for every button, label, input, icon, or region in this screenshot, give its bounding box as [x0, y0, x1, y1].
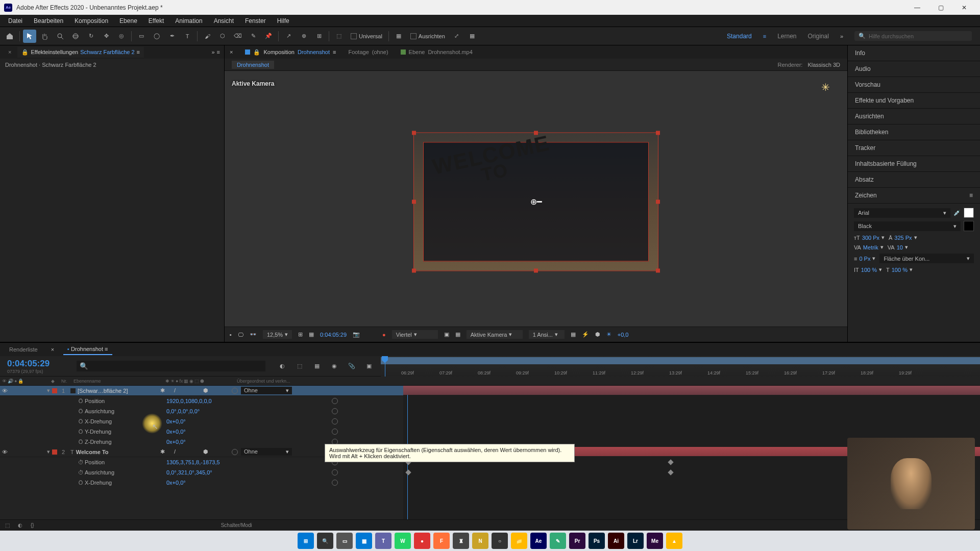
parent-dropdown[interactable]: Ohne▾: [241, 448, 292, 456]
vscale-field[interactable]: T100 %▾: [886, 266, 913, 273]
vc-grid-icon[interactable]: ▦: [309, 331, 314, 338]
resolution-dropdown[interactable]: Viertel▾: [392, 330, 438, 339]
vc-region-icon[interactable]: ▣: [444, 331, 449, 338]
snap-options-icon[interactable]: ⤢: [450, 30, 463, 43]
font-size-field[interactable]: тT300 Px▾: [854, 234, 885, 241]
taskbar-app-icon[interactable]: W: [395, 533, 411, 549]
workspace-overflow-icon[interactable]: »: [840, 33, 843, 39]
panel-vorschau[interactable]: Vorschau: [848, 77, 980, 93]
axis-view-icon[interactable]: ⊞: [312, 30, 326, 43]
comp-tab-close[interactable]: ×: [230, 49, 233, 55]
expression-pickwhip-icon[interactable]: [332, 429, 338, 435]
vc-square-icon[interactable]: ▪: [230, 332, 232, 338]
tab-renderliste[interactable]: Renderliste: [5, 344, 42, 355]
ausrichten-checkbox[interactable]: Ausrichten: [410, 33, 445, 39]
taskbar-app-icon[interactable]: N: [472, 533, 488, 549]
layer-tab[interactable]: Ebene Drohnenshot.mp4: [401, 49, 473, 55]
col-speaker-icon[interactable]: 🔊: [8, 379, 13, 384]
vc-channel-icon[interactable]: ●: [382, 332, 386, 338]
timeline-search[interactable]: [71, 361, 271, 371]
stopwatch-icon[interactable]: Ö: [77, 480, 85, 486]
pan-behind-tool-icon[interactable]: ✥: [100, 30, 113, 43]
text-tool-icon[interactable]: T: [181, 30, 194, 43]
tl-brain-icon[interactable]: ▣: [362, 360, 376, 373]
stopwatch-icon[interactable]: Ö: [77, 408, 85, 414]
property-row[interactable]: ÖPosition1920,0,1080,0,0,0: [0, 396, 403, 406]
tl-toggle-switches-icon[interactable]: ⬚: [5, 522, 10, 528]
menu-hilfe[interactable]: Hilfe: [272, 16, 295, 26]
panel-tracker[interactable]: Tracker: [848, 140, 980, 156]
visibility-toggle[interactable]: 👁: [0, 449, 9, 455]
panel-overflow-icon[interactable]: »: [211, 49, 214, 55]
menu-komposition[interactable]: Komposition: [69, 16, 113, 26]
tab-close-x[interactable]: ×: [4, 47, 15, 57]
parent-dropdown[interactable]: Ohne▾: [241, 387, 292, 394]
fill-swatch[interactable]: [964, 208, 974, 218]
menu-ebene[interactable]: Ebene: [114, 16, 142, 26]
tl-tab-close[interactable]: ×: [51, 346, 54, 353]
axis-local-icon[interactable]: ↗: [282, 30, 295, 43]
property-row[interactable]: ÖY-Drehung0x+0,0°: [0, 427, 403, 437]
camera-tool-icon[interactable]: ◎: [115, 30, 128, 43]
taskbar-app-icon[interactable]: 📁: [511, 533, 527, 549]
taskbar-app-icon[interactable]: ♜: [453, 533, 469, 549]
selection-tool-icon[interactable]: [23, 30, 36, 43]
stroke-width-field[interactable]: ≡0 Px▾: [854, 254, 875, 263]
tl-motionblur-icon[interactable]: ◉: [328, 360, 341, 373]
menu-fenster[interactable]: Fenster: [240, 16, 271, 26]
rotate-tool-icon[interactable]: ↻: [84, 30, 97, 43]
roto-tool-icon[interactable]: ✎: [247, 30, 260, 43]
stroke-order-dropdown[interactable]: Fläche über Kon...▾: [879, 254, 974, 263]
tl-frameblend-icon[interactable]: ▦: [310, 360, 324, 373]
close-button[interactable]: ✕: [952, 0, 976, 15]
panel-absatz[interactable]: Absatz: [848, 172, 980, 188]
panel-zeichen[interactable]: Zeichen≡: [848, 188, 980, 204]
visibility-toggle[interactable]: 👁: [0, 388, 9, 394]
maximize-button[interactable]: ▢: [929, 0, 952, 15]
stopwatch-icon[interactable]: Ö: [77, 429, 85, 435]
panel-audio[interactable]: Audio: [848, 61, 980, 77]
taskbar-app-icon[interactable]: ▭: [336, 533, 353, 549]
panel-info[interactable]: Info: [848, 45, 980, 61]
menu-animation[interactable]: Animation: [170, 16, 207, 26]
camera-dropdown[interactable]: Aktive Kamera▾: [467, 330, 523, 339]
rect-tool-icon[interactable]: ▭: [135, 30, 148, 43]
workspace-standard[interactable]: Standard: [727, 33, 752, 40]
col-eye-icon[interactable]: 👁: [2, 379, 7, 384]
exposure-value[interactable]: +0,0: [618, 332, 629, 338]
workspace-lernen[interactable]: Lernen: [777, 33, 796, 40]
stopwatch-icon[interactable]: ⏱: [77, 459, 85, 465]
preview-canvas[interactable]: WELCOME TO ⊕━: [413, 132, 658, 271]
help-search[interactable]: 🔍 Hilfe durchsuchen: [854, 31, 972, 41]
viewer-time[interactable]: 0:04:05:29: [320, 332, 347, 338]
taskbar-app-icon[interactable]: ⊞: [298, 533, 314, 549]
puppet-tool-icon[interactable]: 📌: [262, 30, 275, 43]
switches-modes-toggle[interactable]: Schalter/Modi: [221, 522, 252, 528]
workspace-original[interactable]: Original: [808, 33, 829, 40]
pickwhip-icon[interactable]: [232, 388, 238, 394]
expression-pickwhip-icon[interactable]: [332, 418, 338, 424]
col-lock-icon[interactable]: 🔒: [18, 379, 23, 384]
stopwatch-icon[interactable]: Ö: [77, 418, 85, 424]
stopwatch-icon[interactable]: Ö: [77, 439, 85, 445]
zoom-dropdown[interactable]: 12,5%▾: [263, 330, 292, 339]
menu-effekt[interactable]: Effekt: [143, 16, 169, 26]
hand-tool-icon[interactable]: [38, 30, 52, 43]
tracking-field[interactable]: VA10▾: [888, 244, 908, 251]
tab-comp-drohnenshot[interactable]: ▪ Drohnenshot ≡: [63, 344, 112, 355]
composition-tab[interactable]: 🔒 Komposition Drohnenshot ≡: [245, 49, 336, 56]
taskbar-app-icon[interactable]: T: [375, 533, 391, 549]
footage-tab[interactable]: Footage (ohne): [348, 49, 388, 55]
vc-monitor-icon[interactable]: 🖵: [238, 332, 243, 338]
layer-track-bar[interactable]: [403, 386, 980, 395]
leading-field[interactable]: Ā325 Px▾: [889, 234, 917, 241]
taskbar-app-icon[interactable]: Lr: [627, 533, 644, 549]
toggle-mask-icon[interactable]: ▦: [392, 30, 405, 43]
twirl-icon[interactable]: ▾: [45, 387, 52, 394]
vc-exposure-icon[interactable]: ☀: [606, 331, 611, 338]
menu-datei[interactable]: Datei: [3, 16, 28, 26]
panel-inhalt[interactable]: Inhaltsbasierte Füllung: [848, 156, 980, 172]
taskbar-app-icon[interactable]: Ai: [608, 533, 624, 549]
menu-bearbeiten[interactable]: Bearbeiten: [29, 16, 68, 26]
3d-toggle-icon[interactable]: ⬢: [203, 387, 208, 394]
